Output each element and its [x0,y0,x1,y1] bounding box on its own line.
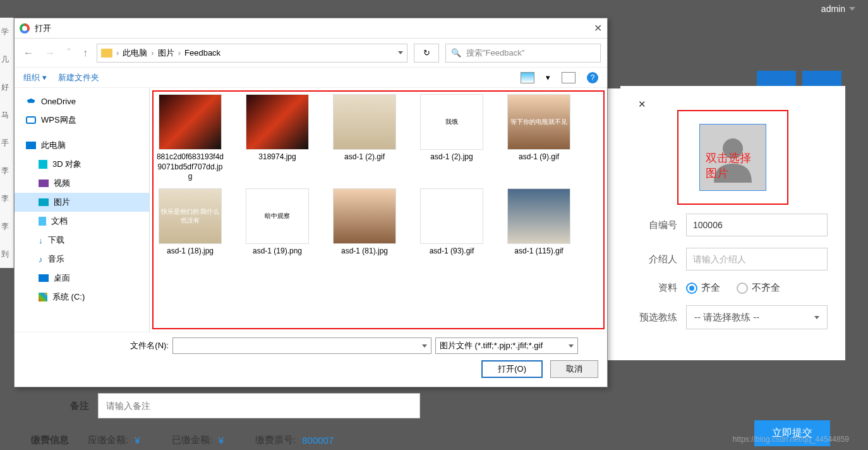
tree-item[interactable]: 文档 [15,212,149,231]
file-thumbnail: 我饿 [420,94,483,150]
view-mode-icon[interactable] [521,72,534,83]
user-label[interactable]: admin [821,4,845,14]
file-name: asd-1 (115).gif [505,246,573,257]
organize-button[interactable]: 组织 ▾ [23,72,47,83]
tree-item-label: 文档 [51,216,68,227]
search-icon: 🔍 [451,48,461,58]
nav-recent-icon[interactable]: ˅ [64,47,74,59]
file-item[interactable]: 318974.jpg [243,94,311,182]
radio-icon [737,283,748,294]
tree-item-icon [26,116,36,124]
breadcrumb-item[interactable]: 此电脑 [123,47,147,59]
remark-row: 备注 [31,393,420,418]
chevron-down-icon[interactable] [398,51,403,54]
dialog-footer: 文件名(N): 图片文件 (*.tiff;*.pjp;*.jfif;*.gif … [15,332,607,387]
view-dropdown-icon[interactable]: ▾ [546,73,550,82]
tree-item-label: 桌面 [54,272,70,284]
tree-item-label: 此电脑 [41,140,66,151]
pay-title: 缴费信息 [31,434,69,446]
new-folder-button[interactable]: 新建文件夹 [58,72,99,83]
tree-item[interactable]: WPS网盘 [15,111,149,130]
tree-item-label: OneDrive [41,97,76,106]
dialog-close-icon[interactable]: ✕ [594,22,602,34]
file-item[interactable]: 我饿asd-1 (2).jpg [418,94,486,182]
file-name: asd-1 (18).jpg [156,246,224,257]
file-name: 318974.jpg [243,152,311,162]
close-icon[interactable]: ✕ [638,99,646,109]
file-item[interactable]: 等下你的电瓶就不见asd-1 (9).gif [505,94,573,182]
nav-forward-icon[interactable]: → [42,47,57,59]
watermark: https://blog.csdn.net/qq_44544859 [733,435,849,444]
nav-back-icon[interactable]: ← [21,47,36,59]
file-thumbnail: 等下你的电瓶就不见 [507,94,570,150]
file-thumbnail: 快乐是他们的 我什么也没有 [159,188,222,244]
id-input[interactable] [686,214,828,236]
tree-item-label: 视频 [54,178,70,189]
tree-item-icon [39,160,47,169]
pay-due-amount: ¥ [135,435,140,446]
file-thumbnail [420,188,483,244]
nav-up-icon[interactable]: ↑ [80,47,90,59]
chrome-icon [20,23,30,33]
help-icon[interactable]: ? [587,72,598,83]
file-item[interactable]: asd-1 (2).gif [330,94,399,182]
pay-ticket-label: 缴费票号: [255,434,296,446]
id-label: 自编号 [638,219,677,231]
coach-select[interactable]: -- 请选择教练 -- [686,305,828,329]
tree-item[interactable]: 系统 (C:) [15,288,149,307]
tree-item-icon: ↓ [39,236,43,245]
tree-item[interactable]: 此电脑 [15,136,149,155]
tree-item[interactable]: ↓下载 [15,231,149,250]
file-thumbnail [333,188,396,244]
file-item[interactable]: asd-1 (81).jpg [330,188,399,257]
file-item[interactable]: 881c2d0f683193f4d9071bd5df707dd.jpg [156,94,224,182]
refresh-button[interactable]: ↻ [414,44,439,63]
intro-label: 介绍人 [638,253,677,265]
payment-row: 缴费信息 应缴金额: ¥ 已缴金额: ¥ 缴费票号: 800007 [31,434,334,446]
tree-item-icon [39,217,46,226]
photo-overlay-text: 双击选择图片 [706,150,760,181]
open-button[interactable]: 打开(O) [481,360,543,378]
file-item[interactable]: asd-1 (93).gif [418,188,486,257]
tree-item[interactable]: 桌面 [15,269,149,288]
tree-item-label: 系统 (C:) [52,291,85,303]
breadcrumb-item[interactable]: Feedback [184,48,220,58]
remark-input[interactable] [98,393,420,418]
tree-item-icon [26,142,36,149]
file-type-filter[interactable]: 图片文件 (*.tiff;*.pjp;*.jfif;*.gif [435,338,578,354]
file-name: asd-1 (81).jpg [330,246,399,257]
tree-item-label: 音乐 [48,253,64,265]
filename-input[interactable] [172,338,431,354]
search-input[interactable]: 🔍 搜索"Feedback" [445,44,601,63]
radio-complete[interactable]: 齐全 [686,282,720,294]
photo-upload-area[interactable]: 双击选择图片 [677,110,788,205]
user-dropdown-icon[interactable] [849,7,855,11]
tree-item-label: WPS网盘 [41,114,76,126]
folder-tree: OneDriveWPS网盘此电脑3D 对象视频图片文档↓下载♪音乐桌面系统 (C… [15,88,150,332]
cancel-button[interactable]: 取消 [550,360,598,378]
right-form-panel: ✕ 双击选择图片 自编号 介绍人 资料 齐全 不齐全 预选 [620,86,845,353]
radio-incomplete[interactable]: 不齐全 [737,282,780,294]
tree-item[interactable]: 3D 对象 [15,155,149,174]
file-name: asd-1 (19).png [243,246,311,257]
file-item[interactable]: 暗中观察asd-1 (19).png [243,188,311,257]
material-label: 资料 [638,282,677,294]
preview-pane-icon[interactable] [562,72,576,83]
breadcrumb-item[interactable]: 图片 [158,47,174,59]
tree-item[interactable]: ♪音乐 [15,250,149,269]
file-item[interactable]: 快乐是他们的 我什么也没有asd-1 (18).jpg [156,188,224,257]
intro-input[interactable] [686,248,828,271]
tree-item[interactable]: OneDrive [15,92,149,111]
tree-item-label: 3D 对象 [52,159,81,170]
file-thumbnail [246,94,309,150]
tree-item-icon [39,293,47,301]
file-thumbnail [159,94,222,150]
file-item[interactable]: asd-1 (115).gif [505,188,573,257]
breadcrumb[interactable]: › 此电脑 › 图片 › Feedback [97,44,407,63]
topbar: admin [821,0,868,18]
remark-label: 备注 [31,400,89,412]
tree-item[interactable]: 图片 [15,193,149,212]
pay-paid-label: 已缴金额: [172,434,212,446]
pay-due-label: 应缴金额: [88,434,128,446]
tree-item[interactable]: 视频 [15,174,149,193]
